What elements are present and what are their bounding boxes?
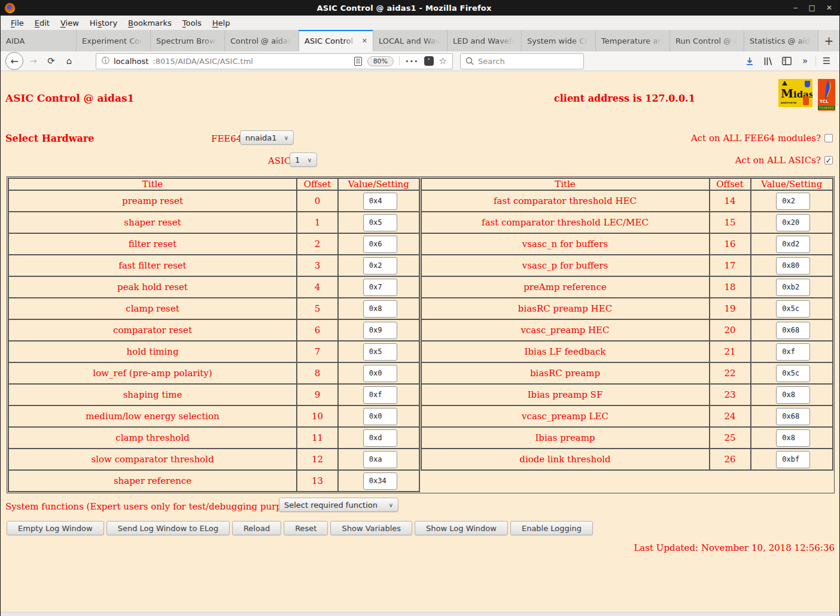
param-row: Ibias LF feedback 21 bbox=[421, 341, 833, 362]
menu-bookmarks[interactable]: Bookmarks bbox=[123, 17, 177, 29]
tab-control-aidas[interactable]: Control @ aidas bbox=[225, 30, 299, 51]
url-bar[interactable]: ⓘ localhost :8015/AIDA/ASIC/ASIC.tml 80%… bbox=[96, 53, 453, 69]
param-offset: 15 bbox=[710, 212, 751, 233]
param-offset: 7 bbox=[297, 341, 338, 362]
bookmark-star-icon[interactable]: ☆ bbox=[439, 56, 447, 66]
close-button[interactable]: ✕ bbox=[826, 4, 832, 12]
value-input[interactable] bbox=[363, 193, 397, 210]
tab-spectrum-brows[interactable]: Spectrum Brows bbox=[151, 30, 225, 51]
value-input[interactable] bbox=[776, 343, 810, 361]
tab-temperature-an[interactable]: Temperature an bbox=[596, 30, 670, 51]
tab-run-control-a[interactable]: Run Control @ a bbox=[670, 30, 744, 51]
site-info-icon[interactable]: ⓘ bbox=[102, 56, 109, 66]
act-all-fee64-checkbox[interactable] bbox=[824, 134, 833, 142]
value-input[interactable] bbox=[363, 236, 397, 253]
param-title: vcasc_preamp HEC bbox=[421, 319, 710, 341]
show-log-window-button[interactable]: Show Log Window bbox=[415, 521, 508, 535]
empty-log-window-button[interactable]: Empty Log Window bbox=[7, 521, 104, 535]
param-row: clamp threshold 11 bbox=[8, 427, 419, 449]
value-input[interactable] bbox=[363, 451, 397, 468]
param-offset: 24 bbox=[710, 405, 751, 427]
tab-aida[interactable]: AIDA bbox=[1, 30, 77, 51]
page-actions-icon[interactable]: ••• bbox=[405, 57, 418, 65]
param-title: vsasc_p for buffers bbox=[421, 255, 710, 276]
reload-button[interactable]: ⟳ bbox=[43, 53, 59, 69]
value-input[interactable] bbox=[776, 429, 810, 447]
value-input[interactable] bbox=[363, 300, 397, 318]
menu-edit[interactable]: Edit bbox=[29, 17, 55, 29]
midas-tcl-mini-icon bbox=[803, 96, 809, 105]
back-button[interactable]: ← bbox=[5, 52, 23, 70]
act-all-asics-checkbox[interactable]: ✓ bbox=[824, 156, 833, 164]
tab-close-icon[interactable]: ✕ bbox=[362, 37, 367, 45]
downloads-icon[interactable] bbox=[741, 53, 757, 69]
window-title: ASIC Control @ aidas1 - Mozilla Firefox bbox=[15, 4, 793, 13]
column-header-value: Value/Setting bbox=[338, 178, 419, 190]
tab-statistics-aid[interactable]: Statistics @ aid bbox=[744, 30, 818, 51]
value-input[interactable] bbox=[776, 193, 810, 210]
library-icon[interactable] bbox=[760, 53, 776, 69]
sidebar-toggle-icon[interactable] bbox=[778, 53, 795, 69]
value-input[interactable] bbox=[363, 279, 397, 296]
value-input[interactable] bbox=[363, 214, 397, 231]
value-input[interactable] bbox=[776, 451, 810, 468]
value-input[interactable] bbox=[363, 343, 397, 361]
search-bar[interactable]: Search bbox=[460, 53, 584, 69]
enable-logging-button[interactable]: Enable Logging bbox=[510, 521, 593, 535]
pocket-icon[interactable]: ˅ bbox=[424, 56, 434, 66]
value-input[interactable] bbox=[363, 386, 397, 404]
send-log-window-to-elog-button[interactable]: Send Log Window to ELog bbox=[106, 521, 230, 535]
value-input[interactable] bbox=[776, 257, 810, 275]
menu-tools[interactable]: Tools bbox=[177, 17, 207, 29]
value-input[interactable] bbox=[776, 365, 810, 382]
asic-select[interactable]: 1 ∨ bbox=[290, 153, 317, 167]
value-input[interactable] bbox=[363, 365, 397, 382]
value-input[interactable] bbox=[776, 300, 810, 318]
menu-file[interactable]: File bbox=[5, 17, 29, 29]
reset-button[interactable]: Reset bbox=[284, 521, 328, 535]
reload-button[interactable]: Reload bbox=[232, 521, 281, 535]
value-input[interactable] bbox=[776, 386, 810, 404]
value-input[interactable] bbox=[363, 472, 397, 490]
menu-help[interactable]: Help bbox=[207, 17, 236, 29]
value-input[interactable] bbox=[363, 429, 397, 447]
client-address: client address is 127.0.0.1 bbox=[554, 93, 695, 104]
value-input[interactable] bbox=[776, 214, 810, 231]
tab-experiment-con[interactable]: Experiment Con bbox=[77, 30, 151, 51]
value-input[interactable] bbox=[776, 236, 810, 253]
tab-local-and-wav[interactable]: LOCAL and Wav bbox=[373, 30, 448, 51]
last-updated-text: Last Updated: November 10, 2018 12:56:36 bbox=[634, 542, 835, 553]
midas-logo[interactable]: Midas powered by bbox=[778, 79, 812, 107]
tab-label: Spectrum Brows bbox=[156, 36, 219, 45]
url-host: localhost bbox=[114, 57, 148, 66]
home-button[interactable]: ⌂ bbox=[61, 53, 77, 69]
param-title: biasRC preamp bbox=[421, 362, 710, 384]
zoom-level-badge[interactable]: 80% bbox=[367, 56, 394, 66]
show-variables-button[interactable]: Show Variables bbox=[330, 521, 412, 535]
toolbar-overflow-icon[interactable]: » bbox=[797, 53, 813, 69]
value-input[interactable] bbox=[363, 408, 397, 425]
tab-asic-control[interactable]: ASIC Control✕ bbox=[299, 30, 373, 51]
reader-mode-icon[interactable] bbox=[354, 57, 362, 66]
menu-hamburger-icon[interactable]: ☰ bbox=[818, 53, 835, 69]
param-offset: 2 bbox=[297, 233, 338, 255]
tab-system-wide-ch[interactable]: System wide Ch bbox=[522, 30, 596, 51]
value-input[interactable] bbox=[776, 408, 810, 425]
new-tab-button[interactable]: + bbox=[818, 30, 839, 51]
system-function-select[interactable]: Select required function ∨ bbox=[279, 498, 398, 512]
value-input[interactable] bbox=[776, 279, 810, 296]
maximize-button[interactable]: □ bbox=[809, 4, 815, 12]
param-title: preAmp reference bbox=[421, 276, 710, 298]
tcl-powered-logo[interactable]: TCL POWERED bbox=[818, 79, 835, 111]
menu-view[interactable]: View bbox=[55, 17, 84, 29]
fee64-select[interactable]: nnaida1 ∨ bbox=[240, 130, 294, 145]
value-input[interactable] bbox=[363, 257, 397, 275]
menu-history[interactable]: History bbox=[84, 17, 123, 29]
minimize-button[interactable]: ‒ bbox=[793, 4, 798, 12]
forward-button[interactable]: → bbox=[25, 53, 41, 69]
tab-led-and-wavefo[interactable]: LED and Wavefo bbox=[448, 30, 522, 51]
param-title: Ibias preamp bbox=[421, 427, 710, 449]
param-offset: 21 bbox=[710, 341, 751, 362]
value-input[interactable] bbox=[363, 322, 397, 339]
value-input[interactable] bbox=[776, 322, 810, 339]
